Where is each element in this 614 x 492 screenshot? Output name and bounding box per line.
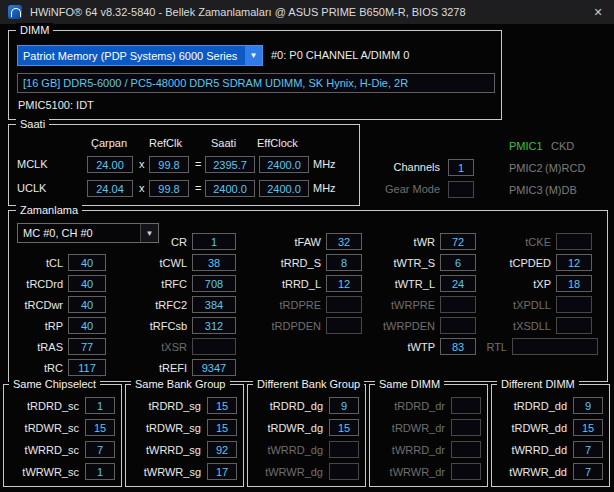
group-title: Same Bank Group (131, 377, 230, 391)
gear-mode-label: Gear Mode (368, 183, 440, 195)
pmic3-value: (M)DB (545, 184, 577, 196)
dimm-selector[interactable]: Patriot Memory (PDP Systems) 6000 Series… (17, 45, 263, 66)
mclk-times: x (139, 158, 145, 170)
uclk-unit: MHz (313, 182, 336, 194)
turnaround-row: tRDWR_dr (374, 419, 481, 436)
header-multiplier: Çarpan (91, 137, 127, 149)
timing-trp: tRP40 (15, 317, 106, 334)
turnaround-row: tRDWR_sc15 (8, 419, 115, 436)
timing-trrd-l: tRRD_L12 (267, 275, 362, 292)
turnaround-row: tWRWR_dd7 (496, 463, 603, 480)
mclk-label: MCLK (17, 158, 48, 170)
timing-tcke: tCKE (497, 233, 592, 250)
timing-trcdwr: tRCDwr40 (15, 296, 106, 313)
group-title: Different DIMM (497, 377, 579, 391)
turnaround-row: tWRWR_sg17 (130, 463, 237, 480)
turnaround-row: tWRWR_dg (252, 463, 359, 480)
module-description-field[interactable]: [16 GB] DDR5-6000 / PC5-48000 DDR5 SDRAM… (17, 73, 495, 93)
header-clock: Saati (211, 137, 236, 149)
window-title: HWiNFO® 64 v8.32-5840 - Bellek Zamanlama… (30, 6, 466, 18)
group-different-dimm: Different DIMM tRDRD_dd9 tRDWR_dd15 tWRR… (491, 384, 610, 487)
timing-tfaw: tFAW32 (267, 233, 362, 250)
turnaround-row: tRDWR_sg15 (130, 419, 237, 436)
group-same-dimm: Same DIMM tRDRD_dr tRDWR_dr tWRRD_dr tWR… (369, 384, 488, 487)
mclk-effclock[interactable]: 2400.0 (259, 156, 309, 173)
timing-tcpded: tCPDED12 (497, 254, 592, 271)
timing-twrpden: tWRPDEN (381, 317, 476, 334)
timing-rtl: RTL (483, 338, 598, 355)
pmic1-label: PMIC1 (509, 140, 543, 152)
mclk-unit: MHz (313, 158, 336, 170)
group-title: Same DIMM (375, 377, 444, 391)
uclk-times: x (139, 182, 145, 194)
turnaround-row: tRDRD_sg15 (130, 397, 237, 414)
turnaround-row: tRDRD_sc1 (8, 397, 115, 414)
turnaround-row: tWRRD_dg (252, 441, 359, 458)
group-title: Different Bank Group (253, 377, 364, 391)
uclk-multiplier[interactable]: 24.04 (87, 180, 133, 197)
timing-trdpden: tRDPDEN (267, 317, 362, 334)
pmic1-value: CKD (551, 140, 574, 152)
gear-mode-value[interactable] (448, 181, 474, 198)
turnaround-row: tWRRD_dr (374, 441, 481, 458)
clock-group: Saati Çarpan RefClk Saati EffClock MCLK … (8, 124, 360, 206)
timing-twr: tWR72 (381, 233, 476, 250)
header-effclock: EffClock (257, 137, 298, 149)
channels-value[interactable]: 1 (448, 159, 474, 176)
timing-tcl: tCL40 (15, 254, 106, 271)
timing-trfcsb: tRFCsb312 (137, 317, 236, 334)
timing-tcwl: tCWL38 (137, 254, 236, 271)
timing-txsdll: tXSDLL (497, 317, 592, 334)
mclk-multiplier[interactable]: 24.00 (87, 156, 133, 173)
turnaround-row: tWRRD_sc7 (8, 441, 115, 458)
mclk-refclk[interactable]: 99.8 (149, 156, 189, 173)
turnaround-row: tRDRD_dg9 (252, 397, 359, 414)
uclk-clock[interactable]: 2400.0 (205, 180, 255, 197)
timings-group-label: Zamanlama (16, 203, 82, 217)
turnaround-row: tWRRD_sg92 (130, 441, 237, 458)
channels-label: Channels (378, 161, 440, 173)
memory-controller-selector-value: MC #0, CH #0 (18, 227, 140, 239)
uclk-equals: = (195, 182, 201, 194)
titlebar[interactable]: HWiNFO® 64 v8.32-5840 - Bellek Zamanlama… (0, 0, 614, 24)
dimm-selector-value: Patriot Memory (PDP Systems) 6000 Series (18, 50, 245, 62)
close-icon[interactable]: ✕ (588, 3, 608, 21)
turnaround-row: tWRWR_sc1 (8, 463, 115, 480)
timing-twtr-s: tWTR_S6 (381, 254, 476, 271)
mclk-equals: = (195, 158, 201, 170)
turnaround-row: tRDWR_dd15 (496, 419, 603, 436)
timing-trfc: tRFC708 (137, 275, 236, 292)
timing-trcdrd: tRCDrd40 (15, 275, 106, 292)
dimm-slot-label: #0: P0 CHANNEL A/DIMM 0 (271, 49, 409, 61)
pmic3-label: PMIC3 (509, 184, 543, 196)
timings-group: Zamanlama MC #0, CH #0 ▼ CR1 tFAW32 tWR7… (8, 210, 608, 382)
timing-trdpre: tRDPRE (267, 296, 362, 313)
timing-txp: tXP18 (497, 275, 592, 292)
clock-group-label: Saati (16, 117, 49, 131)
chevron-down-icon[interactable]: ▼ (245, 46, 262, 65)
uclk-refclk[interactable]: 99.8 (149, 180, 189, 197)
pmic2-label: PMIC2 (509, 162, 543, 174)
uclk-effclock[interactable]: 2400.0 (259, 180, 309, 197)
timing-trefi: tREFI9347 (137, 359, 236, 376)
group-same-bank-group: Same Bank Group tRDRD_sg15 tRDWR_sg15 tW… (125, 384, 244, 487)
timing-tras: tRAS77 (15, 338, 106, 355)
group-different-bank-group: Different Bank Group tRDRD_dg9 tRDWR_dg1… (247, 384, 366, 487)
timing-twrpre: tWRPRE (381, 296, 476, 313)
timing-trfc2: tRFC2384 (137, 296, 236, 313)
dimm-group-label: DIMM (16, 23, 53, 37)
uclk-label: UCLK (17, 182, 46, 194)
group-same-chipselect: Same Chipselect tRDRD_sc1 tRDWR_sc15 tWR… (3, 384, 122, 487)
timing-trrd-s: tRRD_S8 (267, 254, 362, 271)
turnaround-row: tWRRD_dd7 (496, 441, 603, 458)
turnaround-row: tRDRD_dd9 (496, 397, 603, 414)
dimm-group: DIMM Patriot Memory (PDP Systems) 6000 S… (8, 30, 502, 120)
pmic2-value: (M)RCD (545, 162, 585, 174)
mclk-clock[interactable]: 2395.7 (205, 156, 255, 173)
group-title: Same Chipselect (9, 377, 100, 391)
timing-txpdll: tXPDLL (497, 296, 592, 313)
turnaround-row: tWRWR_dr (374, 463, 481, 480)
timing-twtr-l: tWTR_L24 (381, 275, 476, 292)
timing-trc: tRC117 (15, 359, 106, 376)
timing-twtp: tWTP83 (381, 338, 476, 355)
